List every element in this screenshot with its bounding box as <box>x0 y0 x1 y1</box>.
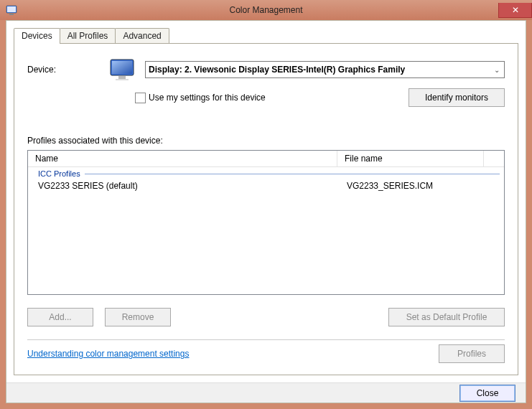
window-title: Color Management <box>0 5 532 15</box>
device-select[interactable]: Display: 2. Viewsonic Display SERIES-Int… <box>145 61 505 78</box>
bottom-row: Understanding color management settings … <box>27 344 505 363</box>
close-button[interactable]: ✕ <box>498 3 532 18</box>
use-my-settings-checkbox[interactable]: Use my settings for this device <box>135 93 266 103</box>
tab-advanced[interactable]: Advanced <box>115 28 169 43</box>
column-filename[interactable]: File name <box>337 151 484 166</box>
close-icon: ✕ <box>512 5 519 15</box>
dialog-body: Devices All Profiles Advanced Device: <box>6 20 526 403</box>
list-header: Name File name <box>28 151 504 167</box>
devices-panel: Device: Display: 2. Viewsonic Display SE… <box>14 43 518 375</box>
checkbox-box <box>135 93 146 103</box>
window: Color Management ✕ Devices All Profiles … <box>0 0 532 409</box>
column-spacer <box>484 151 504 166</box>
remove-button[interactable]: Remove <box>105 308 171 326</box>
svg-rect-4 <box>112 61 132 74</box>
set-default-profile-button[interactable]: Set as Default Profile <box>388 308 505 326</box>
use-my-settings-label: Use my settings for this device <box>149 93 266 103</box>
device-row: Device: Display: 2. Viewsonic Display SE… <box>27 58 505 81</box>
profiles-associated-label: Profiles associated with this device: <box>27 136 505 146</box>
device-options-row: Use my settings for this device Identify… <box>27 88 505 107</box>
list-item[interactable]: VG2233 SERIES (default) VG2233_SERIES.IC… <box>28 179 504 192</box>
profile-buttons-row: Add... Remove Set as Default Profile <box>27 308 505 326</box>
profiles-button[interactable]: Profiles <box>439 344 505 363</box>
close-dialog-button[interactable]: Close <box>459 385 515 402</box>
dialog-footer: Close <box>6 382 526 403</box>
column-name[interactable]: Name <box>28 151 337 166</box>
svg-rect-5 <box>118 76 126 79</box>
profile-name: VG2233 SERIES (default) <box>28 181 340 191</box>
device-select-value: Display: 2. Viewsonic Display SERIES-Int… <box>149 65 405 75</box>
group-divider <box>85 174 500 174</box>
tab-devices[interactable]: Devices <box>14 28 60 44</box>
separator <box>27 339 505 340</box>
group-icc-profiles: ICC Profiles <box>28 167 504 179</box>
svg-rect-1 <box>7 6 16 12</box>
understanding-link[interactable]: Understanding color management settings <box>27 349 189 359</box>
chevron-down-icon: ⌄ <box>494 66 500 74</box>
svg-rect-2 <box>9 14 14 15</box>
svg-rect-6 <box>116 79 129 80</box>
device-label: Device: <box>27 65 99 75</box>
titlebar: Color Management ✕ <box>0 0 532 20</box>
tab-all-profiles[interactable]: All Profiles <box>60 28 116 43</box>
identify-monitors-button[interactable]: Identify monitors <box>409 88 505 107</box>
monitor-icon <box>109 58 135 81</box>
add-button[interactable]: Add... <box>27 308 93 326</box>
profile-filename: VG2233_SERIES.ICM <box>340 181 504 191</box>
profiles-list[interactable]: Name File name ICC Profiles VG2233 SERIE… <box>27 150 505 295</box>
color-management-icon <box>6 4 17 16</box>
tab-strip: Devices All Profiles Advanced <box>14 28 526 43</box>
